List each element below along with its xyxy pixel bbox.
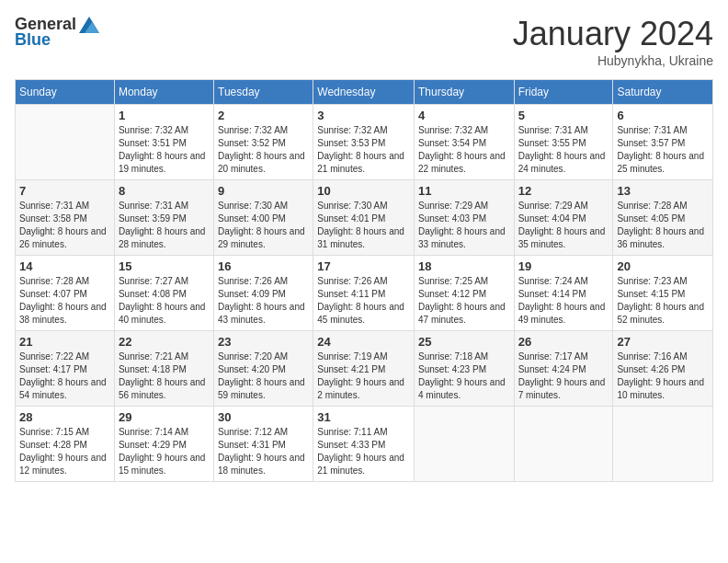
day-info: Sunrise: 7:29 AMSunset: 4:03 PMDaylight:… (418, 200, 510, 251)
table-row: 10Sunrise: 7:30 AMSunset: 4:01 PMDayligh… (313, 180, 415, 256)
day-info: Sunrise: 7:28 AMSunset: 4:05 PMDaylight:… (617, 200, 709, 251)
day-info: Sunrise: 7:14 AMSunset: 4:29 PMDaylight:… (119, 426, 210, 477)
day-info: Sunrise: 7:18 AMSunset: 4:23 PMDaylight:… (418, 350, 510, 402)
table-row: 19Sunrise: 7:24 AMSunset: 4:14 PMDayligh… (514, 256, 613, 331)
header-tuesday: Tuesday (214, 80, 313, 105)
calendar-week-row: 7Sunrise: 7:31 AMSunset: 3:58 PMDaylight… (16, 180, 713, 256)
day-number: 19 (518, 259, 609, 273)
calendar-week-row: 14Sunrise: 7:28 AMSunset: 4:07 PMDayligh… (16, 256, 713, 331)
table-row (514, 407, 613, 482)
day-number: 26 (518, 335, 609, 349)
calendar-week-row: 1Sunrise: 7:32 AMSunset: 3:51 PMDaylight… (16, 105, 713, 180)
day-info: Sunrise: 7:32 AMSunset: 3:53 PMDaylight:… (317, 124, 410, 176)
logo-icon (79, 17, 99, 33)
day-number: 31 (317, 410, 410, 424)
table-row: 27Sunrise: 7:16 AMSunset: 4:26 PMDayligh… (613, 331, 713, 407)
day-info: Sunrise: 7:31 AMSunset: 3:57 PMDaylight:… (617, 124, 709, 176)
day-info: Sunrise: 7:26 AMSunset: 4:09 PMDaylight:… (218, 275, 309, 327)
day-number: 10 (317, 184, 410, 198)
calendar-week-row: 21Sunrise: 7:22 AMSunset: 4:17 PMDayligh… (16, 331, 713, 407)
day-number: 7 (19, 184, 110, 198)
logo: General Blue (15, 15, 100, 50)
table-row: 9Sunrise: 7:30 AMSunset: 4:00 PMDaylight… (214, 180, 313, 256)
calendar-week-row: 28Sunrise: 7:15 AMSunset: 4:28 PMDayligh… (16, 407, 713, 482)
header-thursday: Thursday (415, 80, 515, 105)
table-row: 30Sunrise: 7:12 AMSunset: 4:31 PMDayligh… (214, 407, 313, 482)
day-info: Sunrise: 7:29 AMSunset: 4:04 PMDaylight:… (518, 200, 609, 251)
page-header: General Blue January 2024 Hubynykha, Ukr… (15, 15, 713, 68)
day-info: Sunrise: 7:23 AMSunset: 4:15 PMDaylight:… (617, 275, 709, 327)
location-subtitle: Hubynykha, Ukraine (513, 53, 713, 68)
table-row: 7Sunrise: 7:31 AMSunset: 3:58 PMDaylight… (16, 180, 115, 256)
table-row: 13Sunrise: 7:28 AMSunset: 4:05 PMDayligh… (613, 180, 713, 256)
header-monday: Monday (114, 80, 213, 105)
calendar-table: Sunday Monday Tuesday Wednesday Thursday… (15, 79, 713, 482)
table-row (415, 407, 515, 482)
day-number: 22 (119, 335, 210, 349)
table-row: 3Sunrise: 7:32 AMSunset: 3:53 PMDaylight… (313, 105, 415, 180)
day-number: 21 (19, 335, 110, 349)
day-info: Sunrise: 7:31 AMSunset: 3:59 PMDaylight:… (119, 200, 210, 251)
day-info: Sunrise: 7:15 AMSunset: 4:28 PMDaylight:… (19, 426, 110, 477)
table-row: 26Sunrise: 7:17 AMSunset: 4:24 PMDayligh… (514, 331, 613, 407)
day-number: 23 (218, 335, 309, 349)
day-number: 11 (418, 184, 510, 198)
day-number: 13 (617, 184, 709, 198)
day-number: 2 (218, 109, 309, 122)
day-number: 9 (218, 184, 309, 198)
title-section: January 2024 Hubynykha, Ukraine (513, 15, 713, 68)
day-info: Sunrise: 7:30 AMSunset: 4:00 PMDaylight:… (218, 200, 309, 251)
table-row: 16Sunrise: 7:26 AMSunset: 4:09 PMDayligh… (214, 256, 313, 331)
day-info: Sunrise: 7:24 AMSunset: 4:14 PMDaylight:… (518, 275, 609, 327)
table-row: 28Sunrise: 7:15 AMSunset: 4:28 PMDayligh… (16, 407, 115, 482)
day-info: Sunrise: 7:26 AMSunset: 4:11 PMDaylight:… (317, 275, 410, 327)
table-row: 8Sunrise: 7:31 AMSunset: 3:59 PMDaylight… (114, 180, 213, 256)
day-info: Sunrise: 7:30 AMSunset: 4:01 PMDaylight:… (317, 200, 410, 251)
day-number: 20 (617, 259, 709, 273)
day-number: 15 (119, 259, 210, 273)
table-row: 24Sunrise: 7:19 AMSunset: 4:21 PMDayligh… (313, 331, 415, 407)
day-number: 18 (418, 259, 510, 273)
day-number: 5 (518, 109, 609, 122)
table-row: 2Sunrise: 7:32 AMSunset: 3:52 PMDaylight… (214, 105, 313, 180)
day-info: Sunrise: 7:22 AMSunset: 4:17 PMDaylight:… (19, 350, 110, 402)
header-friday: Friday (514, 80, 613, 105)
table-row: 17Sunrise: 7:26 AMSunset: 4:11 PMDayligh… (313, 256, 415, 331)
day-info: Sunrise: 7:21 AMSunset: 4:18 PMDaylight:… (119, 350, 210, 402)
day-info: Sunrise: 7:12 AMSunset: 4:31 PMDaylight:… (218, 426, 309, 477)
day-number: 25 (418, 335, 510, 349)
day-number: 27 (617, 335, 709, 349)
table-row: 11Sunrise: 7:29 AMSunset: 4:03 PMDayligh… (415, 180, 515, 256)
table-row (16, 105, 115, 180)
table-row: 12Sunrise: 7:29 AMSunset: 4:04 PMDayligh… (514, 180, 613, 256)
day-number: 3 (317, 109, 410, 122)
day-info: Sunrise: 7:25 AMSunset: 4:12 PMDaylight:… (418, 275, 510, 327)
day-info: Sunrise: 7:17 AMSunset: 4:24 PMDaylight:… (518, 350, 609, 402)
table-row: 29Sunrise: 7:14 AMSunset: 4:29 PMDayligh… (114, 407, 213, 482)
table-row: 5Sunrise: 7:31 AMSunset: 3:55 PMDaylight… (514, 105, 613, 180)
day-info: Sunrise: 7:32 AMSunset: 3:52 PMDaylight:… (218, 124, 309, 176)
day-info: Sunrise: 7:32 AMSunset: 3:51 PMDaylight:… (119, 124, 210, 176)
day-number: 16 (218, 259, 309, 273)
day-number: 1 (119, 109, 210, 122)
day-info: Sunrise: 7:32 AMSunset: 3:54 PMDaylight:… (418, 124, 510, 176)
logo-blue-text: Blue (15, 30, 51, 50)
table-row: 14Sunrise: 7:28 AMSunset: 4:07 PMDayligh… (16, 256, 115, 331)
day-number: 8 (119, 184, 210, 198)
month-title: January 2024 (513, 15, 713, 53)
day-info: Sunrise: 7:28 AMSunset: 4:07 PMDaylight:… (19, 275, 110, 327)
day-number: 4 (418, 109, 510, 122)
table-row: 22Sunrise: 7:21 AMSunset: 4:18 PMDayligh… (114, 331, 213, 407)
calendar-header-row: Sunday Monday Tuesday Wednesday Thursday… (16, 80, 713, 105)
day-number: 6 (617, 109, 709, 122)
header-wednesday: Wednesday (313, 80, 415, 105)
table-row: 31Sunrise: 7:11 AMSunset: 4:33 PMDayligh… (313, 407, 415, 482)
day-number: 17 (317, 259, 410, 273)
day-info: Sunrise: 7:31 AMSunset: 3:58 PMDaylight:… (19, 200, 110, 251)
day-number: 28 (19, 410, 110, 424)
day-number: 29 (119, 410, 210, 424)
table-row: 4Sunrise: 7:32 AMSunset: 3:54 PMDaylight… (415, 105, 515, 180)
day-info: Sunrise: 7:16 AMSunset: 4:26 PMDaylight:… (617, 350, 709, 402)
day-number: 24 (317, 335, 410, 349)
day-number: 12 (518, 184, 609, 198)
